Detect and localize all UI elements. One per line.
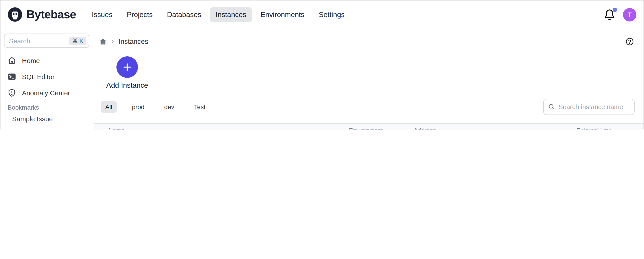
sidebar-item-label: Home: [22, 57, 40, 64]
unread-notification-dot: [613, 7, 617, 12]
chevron-right-icon: ›: [112, 37, 114, 46]
sidebar-item-sql-editor[interactable]: SQL Editor: [0, 68, 93, 85]
breadcrumb: › Instances: [99, 37, 148, 46]
tab-dev[interactable]: dev: [160, 101, 179, 112]
help-circle-icon: [626, 37, 634, 46]
column-header-environment: Environment: [346, 127, 411, 129]
brand-name: Bytebase: [26, 7, 76, 21]
home-icon[interactable]: [99, 37, 107, 45]
sidebar-item-label: SQL Editor: [22, 73, 55, 80]
global-search[interactable]: ⌘ K: [4, 33, 89, 48]
nav-item-issues[interactable]: Issues: [86, 7, 118, 22]
tab-prod[interactable]: prod: [128, 101, 149, 112]
sidebar-item-label: Anomaly Center: [22, 89, 70, 96]
shield-alert-icon: [8, 88, 16, 97]
column-header-address: Address: [411, 127, 573, 129]
nav-item-projects[interactable]: Projects: [121, 7, 158, 22]
tab-test[interactable]: Test: [190, 101, 210, 112]
bytebase-mascot-icon: [8, 7, 22, 22]
nav-item-settings[interactable]: Settings: [313, 7, 350, 22]
help-button[interactable]: [626, 37, 634, 46]
nav-item-environments[interactable]: Environments: [255, 7, 310, 22]
sidebar: ⌘ K Home SQL Editor: [0, 29, 93, 129]
sidebar-item-sample-issue[interactable]: Sample Issue: [0, 112, 93, 125]
instances-table: Name Environment Address External Link P…: [94, 123, 644, 129]
home-icon: [8, 56, 16, 65]
user-avatar[interactable]: T: [623, 8, 636, 21]
add-instance-button[interactable]: Add Instance: [102, 56, 152, 89]
tab-all[interactable]: All: [101, 101, 117, 112]
sidebar-item-anomaly-center[interactable]: Anomaly Center: [0, 85, 93, 101]
breadcrumb-bar: › Instances: [94, 29, 644, 46]
bytebase-logo[interactable]: Bytebase: [8, 7, 76, 22]
add-instance-circle[interactable]: [116, 56, 138, 78]
column-header-external-link: External Link: [573, 127, 644, 129]
top-navbar: Bytebase Issues Projects Databases Insta…: [0, 0, 644, 29]
add-instance-label: Add Instance: [106, 81, 148, 89]
search-input[interactable]: [9, 37, 69, 44]
instance-search-box[interactable]: [543, 99, 634, 115]
main-nav: Issues Projects Databases Instances Envi…: [86, 7, 350, 22]
search-shortcut-badge: ⌘ K: [69, 36, 86, 45]
nav-item-instances[interactable]: Instances: [210, 7, 252, 22]
sidebar-item-home[interactable]: Home: [0, 52, 93, 68]
nav-item-databases[interactable]: Databases: [161, 7, 207, 22]
instance-controls: All prod dev Test: [101, 98, 634, 115]
main-content: › Instances Add Instance All: [94, 29, 644, 129]
plus-icon: [122, 62, 132, 72]
notifications-button[interactable]: [604, 9, 615, 20]
terminal-icon: [8, 72, 16, 81]
breadcrumb-current-page: Instances: [118, 37, 148, 45]
sidebar-section-bookmarks: Bookmarks: [0, 102, 93, 112]
sidebar-section-projects: Projects: [0, 127, 93, 129]
instance-search-input[interactable]: [558, 103, 630, 110]
bytebase-app-window: Bytebase Issues Projects Databases Insta…: [0, 0, 644, 129]
search-icon: [548, 103, 555, 110]
table-header: Name Environment Address External Link: [94, 124, 644, 129]
navbar-right: T: [604, 8, 636, 21]
column-header-name: Name: [94, 127, 346, 129]
environment-filter-tabs: All prod dev Test: [101, 101, 210, 112]
